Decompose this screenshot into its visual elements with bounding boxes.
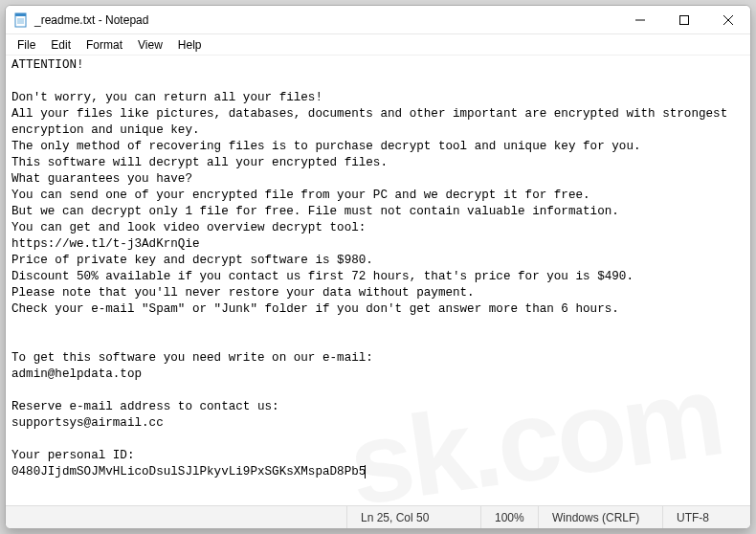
text-editor[interactable]: ATTENTION! Don't worry, you can return a… (6, 56, 750, 505)
editor-content: ATTENTION! Don't worry, you can return a… (11, 58, 735, 478)
notepad-icon (13, 12, 29, 28)
window-title: _readme.txt - Notepad (34, 13, 148, 27)
menubar: File Edit Format View Help (6, 34, 750, 56)
notepad-window: _readme.txt - Notepad File Edit Format V… (5, 5, 751, 529)
status-position: Ln 25, Col 50 (346, 506, 480, 528)
status-encoding: UTF-8 (662, 506, 748, 528)
close-button[interactable] (706, 6, 750, 34)
watermark: sk.com (349, 406, 721, 474)
statusbar-spacer (8, 506, 346, 528)
text-caret-icon (365, 465, 366, 478)
window-controls (618, 6, 750, 33)
menu-edit[interactable]: Edit (43, 36, 78, 54)
menu-format[interactable]: Format (78, 36, 130, 54)
titlebar: _readme.txt - Notepad (6, 6, 750, 34)
menu-help[interactable]: Help (170, 36, 210, 54)
maximize-button[interactable] (662, 6, 706, 34)
minimize-button[interactable] (618, 6, 662, 34)
status-zoom: 100% (480, 506, 538, 528)
svg-rect-1 (15, 13, 26, 16)
status-eol: Windows (CRLF) (538, 506, 662, 528)
svg-rect-6 (680, 16, 689, 25)
menu-view[interactable]: View (130, 36, 170, 54)
statusbar: Ln 25, Col 50 100% Windows (CRLF) UTF-8 (6, 505, 750, 528)
menu-file[interactable]: File (10, 36, 43, 54)
